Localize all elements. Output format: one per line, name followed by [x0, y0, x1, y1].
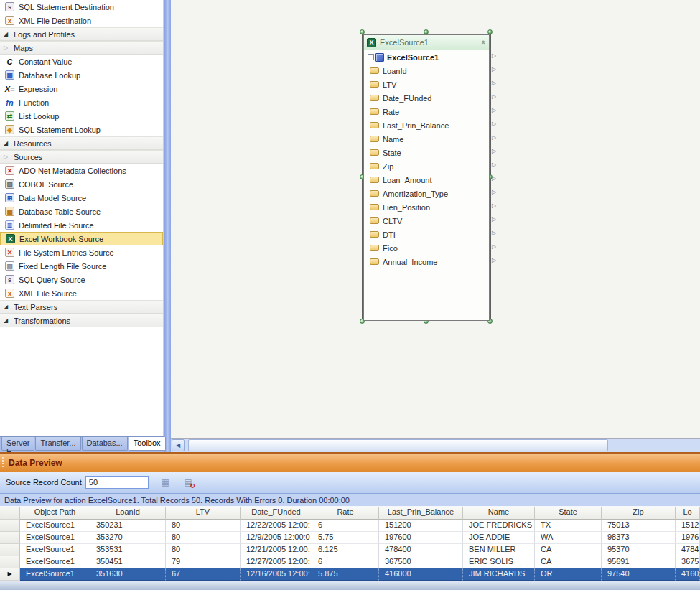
grid-cell[interactable]: 12/16/2005 12:00: — [241, 568, 312, 581]
grid-cell[interactable]: ExcelSource1 — [20, 556, 90, 568]
row-selector-cell[interactable] — [0, 544, 20, 556]
grid-cell[interactable]: 80 — [166, 544, 241, 556]
toolbox-item-database-table-source[interactable]: ▦Database Table Source — [0, 205, 163, 218]
grid-cell[interactable]: 75013 — [602, 520, 676, 532]
grid-header-state[interactable]: State — [535, 507, 602, 520]
node-root-row[interactable]: − ExcelSource1 — [364, 50, 489, 64]
output-port-icon[interactable]: ▷ — [492, 108, 496, 113]
selection-handle[interactable] — [424, 29, 429, 34]
grid-cell[interactable]: 478400 — [379, 544, 463, 556]
toolbox-item-cobol-source[interactable]: ▤COBOL Source — [0, 177, 163, 191]
grid-cell[interactable]: JOE FREDRICKS — [463, 520, 535, 532]
grid-cell[interactable]: 350451 — [90, 556, 166, 568]
grid-cell[interactable]: 367500 — [379, 556, 463, 568]
grid-cell[interactable]: 67 — [166, 568, 241, 581]
node-field-cltv[interactable]: CLTV — [364, 214, 489, 228]
grid-cell[interactable]: 12/21/2005 12:00: — [241, 544, 312, 556]
toolbox-item-ado-net-metadata-collections[interactable]: ✕ADO Net Metadata Collections — [0, 164, 163, 177]
grid-cell[interactable]: 80 — [166, 532, 241, 544]
collapse-tree-icon[interactable]: − — [368, 54, 374, 60]
output-port-icon[interactable]: ▷ — [492, 80, 496, 86]
grid-data-row[interactable]: ▶ExcelSource13516306712/16/2005 12:00:5.… — [0, 568, 700, 581]
node-field-fico[interactable]: Fico — [364, 241, 489, 255]
node-titlebar[interactable]: X ExcelSource1 « — [364, 35, 489, 50]
node-field-lien_position[interactable]: Lien_Position — [364, 200, 489, 214]
selection-handle[interactable] — [360, 29, 365, 34]
grid-cell[interactable]: OR — [535, 568, 602, 581]
grid-cell[interactable]: 12/9/2005 12:00:0 — [241, 532, 312, 544]
toolbox-item-sql-query-source[interactable]: sSQL Query Source — [0, 273, 163, 286]
grid-header-last-prin-balance[interactable]: Last_Prin_Balance — [379, 507, 463, 520]
grid-cell[interactable]: 353531 — [90, 544, 166, 556]
grid-data-row[interactable]: ExcelSource13504517912/27/2005 12:00:636… — [0, 556, 700, 568]
grid-cell[interactable]: CA — [535, 556, 602, 568]
row-selector-cell[interactable] — [0, 556, 20, 568]
grid-cell[interactable]: 98373 — [602, 532, 676, 544]
grid-cell[interactable]: TX — [535, 520, 602, 532]
node-field-name[interactable]: Name — [364, 132, 489, 146]
grid-cell[interactable]: 95370 — [602, 544, 676, 556]
grid-cell[interactable]: JOE ADDIE — [463, 532, 535, 544]
toolbox-item-file-system-entries-source[interactable]: ✕File System Entries Source — [0, 245, 163, 259]
tab-transfer[interactable]: Transfer... — [35, 437, 80, 451]
canvas-horizontal-scrollbar[interactable]: ◀ — [171, 438, 700, 452]
grid-cell[interactable]: 80 — [166, 520, 241, 532]
toolbox-item-database-lookup[interactable]: ▦Database Lookup — [0, 68, 163, 82]
node-field-loan_amount[interactable]: Loan_Amount — [364, 173, 489, 187]
grid-cell[interactable]: 12/27/2005 12:00: — [241, 556, 312, 568]
toolbox-item-function[interactable]: fnFunction — [0, 95, 163, 109]
record-count-input[interactable] — [85, 476, 149, 489]
grid-data-row[interactable]: ExcelSource13532708012/9/2005 12:00:05.7… — [0, 532, 700, 544]
output-port-icon[interactable]: ▷ — [492, 162, 496, 168]
node-field-rate[interactable]: Rate — [364, 105, 489, 118]
grid-cell[interactable]: BEN MILLER — [463, 544, 535, 556]
grid-cell[interactable]: 353270 — [90, 532, 166, 544]
grid-cell[interactable]: 5.875 — [312, 568, 379, 581]
grid-cell[interactable]: 95691 — [602, 556, 676, 568]
node-field-annual_income[interactable]: Annual_Income — [364, 255, 489, 268]
selection-handle[interactable] — [487, 29, 493, 34]
node-field-last_prin_balance[interactable]: Last_Prin_Balance — [364, 118, 489, 132]
grid-cell[interactable]: 151200 — [379, 520, 463, 532]
scroll-left-button[interactable]: ◀ — [172, 439, 185, 451]
toolbox-category-text-parsers[interactable]: ◢Text Parsers — [0, 300, 163, 314]
node-field-amortization_type[interactable]: Amortization_Type — [364, 187, 489, 200]
output-port-icon[interactable]: ▷ — [492, 135, 496, 141]
grid-cell[interactable]: 351630 — [90, 568, 166, 581]
toolbox-item-excel-workbook-source[interactable]: XExcel Workbook Source — [0, 232, 163, 245]
node-field-date_funded[interactable]: Date_FUnded — [364, 91, 489, 105]
grid-view-button[interactable]: ▦ — [159, 477, 172, 488]
toolbox-item-constant-value[interactable]: CConstant Value — [0, 55, 163, 68]
grid-header-ltv[interactable]: LTV — [166, 507, 241, 520]
grid-cell[interactable]: JIM RICHARDS — [463, 568, 535, 581]
excel-source-node[interactable]: X ExcelSource1 « − ExcelSource1 LoanIdLT… — [363, 34, 490, 321]
toolbox-item-sql-statement-destination[interactable]: sSQL Statement Destination — [0, 0, 163, 14]
collapse-node-icon[interactable]: « — [480, 40, 488, 45]
grid-cell[interactable]: 6 — [312, 556, 379, 568]
grid-cell[interactable]: WA — [535, 532, 602, 544]
node-field-loanid[interactable]: LoanId — [364, 64, 489, 78]
output-port-icon[interactable]: ▷ — [492, 121, 496, 127]
output-port-icon[interactable]: ▷ — [492, 230, 496, 236]
toolbox-category-sources[interactable]: ▷Sources — [0, 150, 163, 164]
toolbox-category-transformations[interactable]: ◢Transformations — [0, 314, 163, 327]
panel-splitter[interactable] — [164, 0, 171, 452]
node-field-dti[interactable]: DTI — [364, 228, 489, 241]
output-port-icon[interactable]: ▷ — [492, 244, 496, 250]
design-canvas[interactable]: X ExcelSource1 « − ExcelSource1 LoanIdLT… — [171, 0, 700, 438]
grid-cell[interactable]: 6.125 — [312, 544, 379, 556]
grid-cell[interactable]: ExcelSource1 — [20, 520, 90, 532]
toolbox-item-list-lookup[interactable]: ⇄List Lookup — [0, 109, 163, 123]
toolbox-item-delimited-file-source[interactable]: ≣Delimited File Source — [0, 218, 163, 232]
grid-cell[interactable]: 4160 — [676, 568, 700, 581]
node-field-zip[interactable]: Zip — [364, 159, 489, 173]
toolbox-item-xml-file-source[interactable]: xXML File Source — [0, 286, 163, 300]
output-port-icon[interactable]: ▷ — [492, 217, 496, 223]
grid-header-date-funded[interactable]: Date_FUnded — [241, 507, 312, 520]
grid-cell[interactable]: 197600 — [379, 532, 463, 544]
output-port-icon[interactable]: ▷ — [492, 94, 496, 100]
output-port-icon[interactable]: ▷ — [492, 67, 496, 72]
toolbox-item-expression[interactable]: X=Expression — [0, 82, 163, 95]
output-port-icon[interactable]: ▷ — [492, 203, 496, 209]
row-selector-cell[interactable] — [0, 520, 20, 532]
